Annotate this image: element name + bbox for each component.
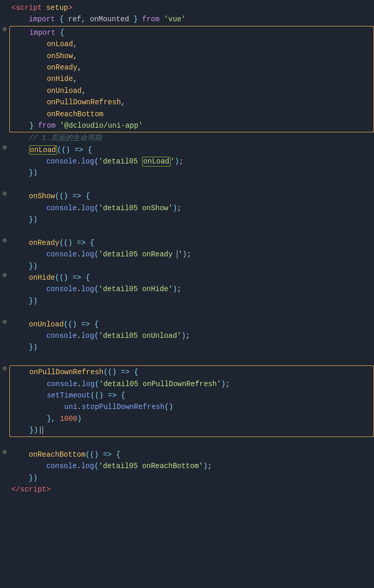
line-42: </script> [0, 484, 374, 495]
line-37: })| [0, 425, 374, 437]
line-35: uni.stopPullDownRefresh() [0, 401, 374, 413]
line-40: console.log('detail05 onReachBottom'); [0, 460, 374, 472]
line-17: onShow(() => { [0, 190, 374, 202]
line-3: import { [0, 26, 374, 38]
code-editor: <script setup> import { ref, onMounted }… [0, 0, 374, 497]
line-28: onUnload(() => { [0, 319, 374, 330]
line-29: console.log('detail05 onUnload'); [0, 330, 374, 341]
line-16 [0, 179, 374, 190]
line-12: // 1.页面的生命周期 [0, 132, 374, 144]
line-4: onLoad, [0, 38, 374, 50]
line-11: } from '@dcloudio/uni-app' [0, 120, 374, 132]
line-27 [0, 307, 374, 318]
line-41: }) [0, 472, 374, 484]
line-39: onReachBottom(() => { [0, 449, 374, 460]
line-2: import { ref, onMounted } from 'vue' [0, 13, 374, 25]
line-18: console.log('detail05 onShow'); [0, 202, 374, 214]
line-25: console.log('detail05 onHide'); [0, 283, 374, 295]
line-7: onHide, [0, 73, 374, 85]
line-31 [0, 353, 374, 365]
line-6: onReady, [0, 62, 374, 73]
line-32: onPullDownRefresh(() => { [0, 365, 374, 378]
line-20 [0, 225, 374, 237]
line-23: }) [0, 261, 374, 272]
line-8: onUnload, [0, 85, 374, 97]
line-21: onReady(() => { [0, 237, 374, 249]
line-34: setTimeout(() => { [0, 390, 374, 401]
line-33: console.log('detail05 onPullDownRefresh'… [0, 378, 374, 390]
line-30: }) [0, 341, 374, 353]
line-10: onReachBottom| [0, 108, 374, 120]
line-13: onLoad(() => { [0, 144, 374, 156]
line-19: }) [0, 214, 374, 225]
line-14: console.log('detail05 onLoad'); [0, 156, 374, 167]
line-36: }, 1000) [0, 413, 374, 425]
line-5: onShow, [0, 50, 374, 62]
line-1: <script setup> [0, 2, 374, 13]
line-15: }) [0, 167, 374, 179]
line-26: }) [0, 295, 374, 307]
line-24: onHide(() => { [0, 272, 374, 283]
line-22: console.log('detail05 onReady '); [0, 249, 374, 260]
line-38 [0, 437, 374, 448]
line-9: onPullDownRefresh, [0, 97, 374, 108]
